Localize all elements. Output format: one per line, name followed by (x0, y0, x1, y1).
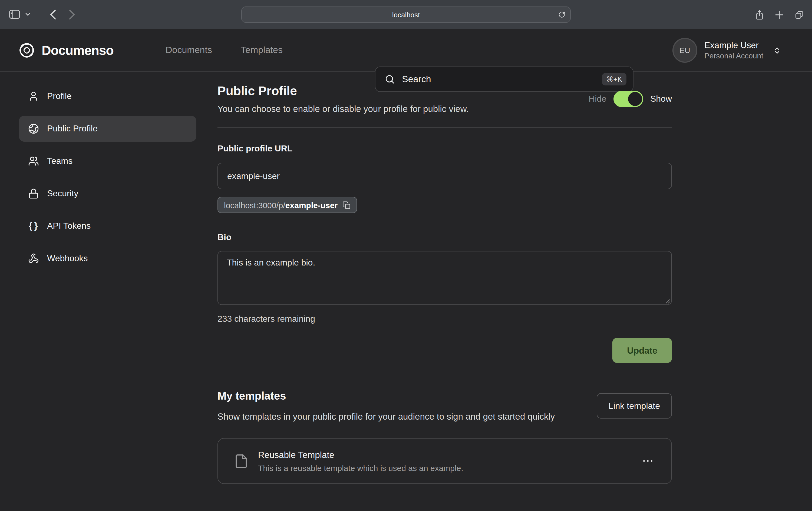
braces-icon: { } (28, 221, 39, 232)
sidebar-toggle-icon[interactable] (9, 10, 20, 19)
back-button-icon[interactable] (49, 9, 56, 20)
app-window: localhost (0, 0, 812, 511)
template-description: This is a reusable template which is use… (258, 463, 640, 472)
settings-sidebar: Profile Public Profile Teams Security (0, 72, 218, 484)
my-templates-title: My templates (218, 390, 555, 402)
template-card[interactable]: Reusable Template This is a reusable tem… (218, 438, 672, 484)
tab-overview-icon[interactable] (795, 10, 804, 19)
browser-toolbar: localhost (0, 0, 812, 29)
user-menu[interactable]: EU Example User Personal Account (672, 38, 781, 63)
sidebar-toggle-chevron-down-icon[interactable] (25, 13, 30, 16)
forward-button-icon[interactable] (69, 9, 76, 20)
sidebar-item-teams[interactable]: Teams (19, 148, 196, 174)
avatar: EU (672, 38, 697, 63)
search-icon (385, 74, 395, 84)
globe-icon (28, 123, 39, 134)
main-content: Public Profile You can choose to enable … (218, 72, 672, 484)
user-icon (28, 91, 39, 102)
update-button[interactable]: Update (612, 338, 672, 363)
sidebar-item-security[interactable]: Security (19, 181, 196, 207)
section-divider (218, 127, 672, 128)
profile-url-chip[interactable]: localhost:3000/p/example-user (218, 197, 357, 213)
bio-textarea[interactable]: This is an example bio. (218, 251, 672, 305)
file-icon (234, 453, 249, 469)
profile-url-prefix: localhost:3000/p/ (224, 200, 285, 210)
template-more-options-icon[interactable] (640, 457, 656, 465)
app-header: Documenso Documents Templates Search ⌘+K… (0, 29, 812, 72)
lock-icon (28, 188, 39, 199)
documenso-logo-icon (18, 41, 36, 59)
template-name: Reusable Template (258, 450, 640, 460)
brand[interactable]: Documenso (18, 41, 114, 59)
reload-icon[interactable] (558, 11, 565, 19)
toolbar-divider (37, 9, 37, 20)
toggle-show-label: Show (650, 94, 672, 104)
users-icon (28, 156, 39, 167)
nav-documents[interactable]: Documents (166, 45, 212, 56)
webhook-icon (28, 253, 39, 264)
user-name: Example User (704, 40, 763, 50)
search-placeholder: Search (402, 74, 602, 85)
nav-templates[interactable]: Templates (241, 45, 283, 56)
sidebar-item-public-profile[interactable]: Public Profile (19, 116, 196, 142)
search-shortcut-badge: ⌘+K (602, 73, 627, 85)
address-bar[interactable]: localhost (241, 6, 571, 23)
page-subtitle: You can choose to enable or disable your… (218, 104, 469, 114)
copy-icon[interactable] (342, 201, 351, 209)
resize-grip-icon[interactable] (665, 299, 670, 304)
brand-name: Documenso (42, 43, 114, 58)
sidebar-item-webhooks[interactable]: Webhooks (19, 245, 196, 271)
chevrons-up-down-icon (773, 46, 781, 54)
share-icon[interactable] (755, 9, 764, 20)
search-input[interactable]: Search ⌘+K (375, 66, 634, 92)
address-bar-url: localhost (392, 10, 420, 19)
my-templates-description: Show templates in your public profile fo… (218, 409, 555, 423)
url-field-label: Public profile URL (218, 144, 672, 154)
public-profile-toggle[interactable] (613, 91, 643, 107)
sidebar-item-profile[interactable]: Profile (19, 83, 196, 109)
user-account-type: Personal Account (704, 51, 763, 60)
bio-field-label: Bio (218, 233, 672, 242)
characters-remaining: 233 characters remaining (218, 314, 672, 324)
new-tab-plus-icon[interactable] (775, 10, 783, 19)
toggle-knob (628, 92, 642, 106)
toggle-hide-label: Hide (588, 94, 606, 104)
profile-url-slug: example-user (285, 200, 338, 210)
public-profile-url-input[interactable] (218, 163, 672, 189)
link-template-button[interactable]: Link template (597, 393, 672, 419)
sidebar-item-api-tokens[interactable]: { } API Tokens (19, 213, 196, 239)
